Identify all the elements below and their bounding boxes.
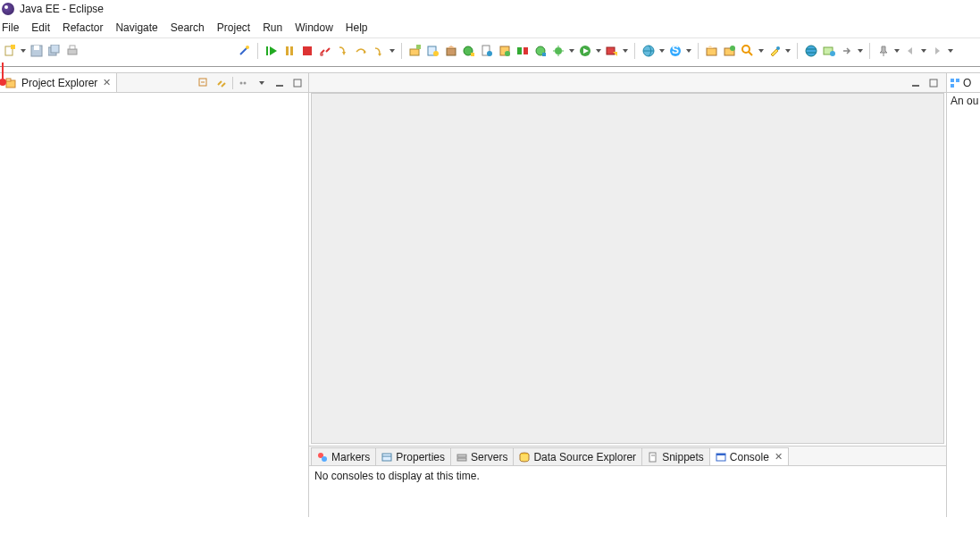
datasource-icon [519, 452, 530, 463]
editor-empty-area[interactable] [311, 93, 944, 444]
link-editor-icon[interactable] [214, 76, 229, 90]
minimize-icon[interactable] [272, 76, 287, 90]
new-package-icon[interactable] [443, 43, 459, 59]
run-launch-icon[interactable] [577, 43, 593, 59]
debug-stepover-icon[interactable] [353, 43, 369, 59]
new-enum-icon[interactable] [497, 43, 513, 59]
debug-launch-icon[interactable] [550, 43, 566, 59]
menu-project[interactable]: Project [217, 21, 250, 34]
menu-file[interactable]: File [2, 21, 19, 34]
browser-dropdown[interactable] [658, 43, 666, 59]
close-icon[interactable]: ✕ [103, 77, 111, 88]
new-class-icon[interactable] [461, 43, 477, 59]
menu-help[interactable]: Help [346, 21, 368, 34]
wand-icon[interactable] [236, 43, 252, 59]
svg-marker-11 [270, 46, 277, 55]
new-wizard-dropdown[interactable] [20, 43, 27, 59]
annotation-dropdown[interactable] [784, 43, 792, 59]
maximize-icon[interactable] [290, 76, 305, 90]
outline-tab[interactable]: O [947, 73, 980, 93]
pin-icon[interactable] [875, 43, 892, 59]
junit-icon[interactable] [515, 43, 531, 59]
tab-markers[interactable]: Markers [311, 447, 376, 465]
search-icon[interactable] [740, 43, 756, 59]
svg-point-50 [806, 46, 817, 56]
svg-point-60 [240, 81, 243, 84]
svg-point-46 [730, 46, 735, 51]
run-external-icon[interactable] [604, 43, 620, 59]
project-explorer-tab[interactable]: Project Explorer ✕ [0, 73, 117, 92]
svg-point-67 [322, 456, 327, 462]
markers-icon [317, 452, 328, 463]
svg-point-30 [505, 51, 510, 56]
arrow-icon[interactable] [839, 43, 855, 59]
save-icon[interactable] [29, 43, 45, 59]
collapse-all-icon[interactable] [197, 76, 211, 90]
tab-label: Snippets [662, 451, 704, 463]
menu-run[interactable]: Run [263, 21, 282, 34]
view-menu-icon[interactable] [237, 76, 251, 90]
svg-rect-43 [707, 48, 716, 55]
debug-stepreturn-icon[interactable] [371, 43, 387, 59]
new-wizard-icon[interactable] [2, 43, 18, 59]
web-app-icon[interactable] [821, 43, 837, 59]
skype-dropdown[interactable] [685, 43, 692, 59]
svg-rect-12 [286, 46, 289, 55]
new-server-icon[interactable] [407, 43, 423, 59]
project-explorer-tree[interactable] [0, 93, 308, 517]
tab-console[interactable]: Console ✕ [709, 447, 789, 465]
debug-pause-icon[interactable] [281, 43, 297, 59]
svg-rect-64 [912, 85, 919, 87]
tab-datasource[interactable]: Data Source Explorer [513, 447, 642, 465]
debug-stepinto-icon[interactable] [335, 43, 351, 59]
skype-icon[interactable]: S [667, 43, 683, 59]
debug-stop-icon[interactable] [299, 43, 315, 59]
menu-window[interactable]: Window [295, 21, 333, 34]
menu-search[interactable]: Search [171, 21, 205, 34]
debug-launch-dropdown[interactable] [568, 43, 575, 59]
new-jsp-icon[interactable] [479, 43, 495, 59]
tab-servers[interactable]: Servers [450, 447, 514, 465]
pin-dropdown[interactable] [893, 43, 900, 59]
arrow-dropdown[interactable] [857, 43, 864, 59]
tab-snippets[interactable]: Snippets [641, 447, 710, 465]
debug-disconnect-icon[interactable] [317, 43, 333, 59]
open-task-icon[interactable] [722, 43, 738, 59]
minimize-icon[interactable] [909, 76, 923, 90]
annotation-icon[interactable] [766, 43, 783, 59]
globe-icon[interactable] [803, 43, 819, 59]
run-external-dropdown[interactable] [622, 43, 629, 59]
search-dropdown[interactable] [758, 43, 765, 59]
new-servlet-icon[interactable] [425, 43, 441, 59]
svg-marker-26 [471, 53, 474, 56]
view-menu-dropdown[interactable] [255, 76, 269, 90]
menu-refactor[interactable]: Refactor [63, 21, 103, 34]
svg-marker-16 [342, 52, 346, 55]
separator [869, 43, 870, 59]
nav-fwd-dropdown[interactable] [947, 43, 954, 59]
center-area: Markers Properties Servers Data Source E… [309, 73, 946, 517]
tab-properties[interactable]: Properties [375, 447, 451, 465]
menu-edit[interactable]: Edit [31, 21, 50, 34]
svg-point-9 [246, 46, 249, 49]
debug-dropdown[interactable] [389, 43, 396, 59]
java-browse-icon[interactable] [532, 43, 549, 59]
menu-navigate[interactable]: Navigate [115, 21, 157, 34]
nav-back-dropdown[interactable] [920, 43, 927, 59]
run-launch-dropdown[interactable] [595, 43, 602, 59]
open-type-icon[interactable] [704, 43, 720, 59]
svg-rect-19 [410, 49, 419, 55]
debug-resume-icon[interactable] [264, 43, 280, 59]
browser-icon[interactable] [641, 43, 657, 59]
svg-rect-20 [416, 45, 421, 49]
tab-label: Data Source Explorer [533, 451, 636, 463]
maximize-icon[interactable] [926, 76, 941, 90]
nav-back-icon[interactable] [902, 43, 918, 59]
separator [401, 43, 402, 59]
close-icon[interactable]: ✕ [775, 451, 783, 463]
svg-line-48 [749, 52, 752, 55]
nav-fwd-icon[interactable] [929, 43, 945, 59]
print-icon[interactable] [64, 43, 80, 59]
tab-label: Console [730, 451, 769, 463]
save-all-icon[interactable] [46, 43, 63, 59]
